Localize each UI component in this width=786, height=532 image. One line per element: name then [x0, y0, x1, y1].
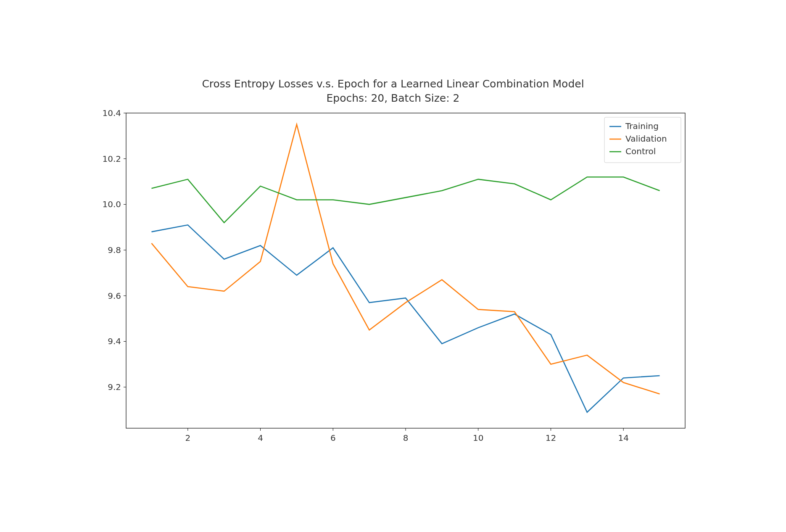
y-tick-label: 10.0 — [102, 199, 121, 209]
y-tick-label: 9.4 — [108, 336, 121, 346]
y-tick-label: 10.4 — [102, 109, 121, 118]
x-tick-label: 6 — [330, 433, 336, 443]
y-tick-label: 9.6 — [108, 290, 121, 300]
legend-label-0: Training — [625, 121, 659, 131]
x-tick-label: 2 — [185, 433, 190, 443]
legend-label-1: Validation — [625, 134, 667, 144]
chart-title: Cross Entropy Losses v.s. Epoch for a Le… — [88, 77, 698, 105]
y-tick-label: 10.2 — [102, 153, 121, 163]
series-line-2 — [152, 177, 660, 223]
x-tick-label: 4 — [258, 433, 263, 443]
plot-border — [126, 113, 685, 428]
chart-svg: 24681012149.29.49.69.810.010.210.4Traini… — [88, 109, 698, 453]
x-tick-label: 12 — [546, 433, 556, 443]
x-tick-label: 14 — [618, 433, 628, 443]
series-line-0 — [152, 225, 660, 412]
y-tick-label: 9.8 — [108, 245, 121, 255]
x-tick-label: 8 — [403, 433, 409, 443]
legend-label-2: Control — [625, 146, 656, 156]
y-tick-label: 9.2 — [108, 382, 121, 392]
chart-container: Cross Entropy Losses v.s. Epoch for a Le… — [88, 77, 698, 455]
chart-title-line2: Epochs: 20, Batch Size: 2 — [88, 91, 698, 105]
x-tick-label: 10 — [473, 433, 483, 443]
chart-title-line1: Cross Entropy Losses v.s. Epoch for a Le… — [88, 77, 698, 91]
series-line-1 — [152, 124, 660, 394]
